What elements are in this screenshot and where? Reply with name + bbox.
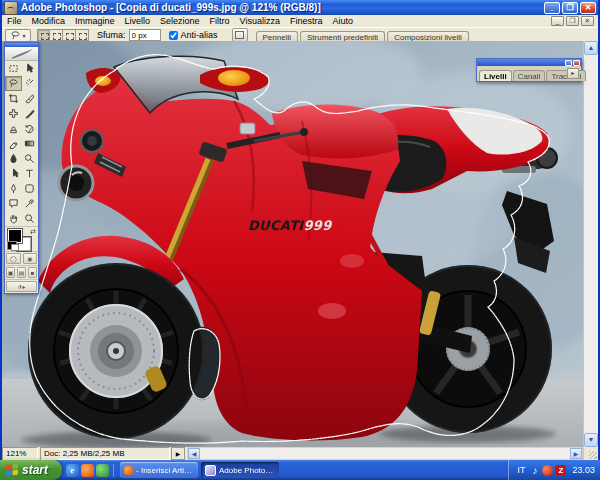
scroll-right-arrow[interactable]: ▶ — [570, 448, 582, 459]
menu-selezione[interactable]: Selezione — [155, 16, 205, 26]
tool-path-selection[interactable] — [5, 166, 22, 181]
document-window-controls: _ ❐ ✕ — [549, 16, 594, 26]
palette-tab-livelli[interactable]: Livelli — [479, 70, 512, 81]
scroll-up-arrow[interactable]: ▲ — [584, 41, 598, 55]
document-canvas[interactable]: DUCATI999s ▲ ▼ — [2, 41, 598, 447]
vertical-scrollbar[interactable]: ▲ ▼ — [583, 41, 598, 447]
tool-hand[interactable] — [5, 211, 22, 226]
doc-minimize-button[interactable]: _ — [551, 16, 564, 26]
default-colors-icon[interactable] — [7, 241, 17, 250]
tool-rectangular-marquee[interactable] — [5, 61, 22, 76]
tool-lasso[interactable] — [5, 76, 22, 91]
clock[interactable]: 23.03 — [572, 465, 595, 475]
doc-close-button[interactable]: ✕ — [581, 16, 594, 26]
well-tab-strumenti-predefiniti[interactable]: Strumenti predefiniti — [300, 31, 385, 42]
status-menu-arrow[interactable]: ▶ — [171, 447, 185, 460]
tool-dodge[interactable] — [22, 151, 39, 166]
scroll-left-arrow[interactable]: ◀ — [188, 448, 200, 459]
task-firefox[interactable]: - Inserisci Articolo - M... — [120, 462, 198, 478]
tray-icons: ♪Z — [529, 465, 566, 476]
window-title: Adobe Photoshop - [Copia di ducati_999s.… — [21, 2, 542, 13]
title-bar[interactable]: Adobe Photoshop - [Copia di ducati_999s.… — [2, 0, 598, 15]
palette-title-bar[interactable] — [477, 59, 581, 66]
jump-to-imageready-button[interactable]: ✈▸ — [6, 281, 37, 292]
selection-mode-buttons — [37, 29, 89, 41]
tool-crop[interactable] — [5, 91, 22, 106]
red-round-icon[interactable] — [542, 465, 553, 476]
minimize-button[interactable]: _ — [544, 2, 560, 14]
maximize-button[interactable]: ❐ — [562, 2, 578, 14]
menu-items: FileModificaImmagineLivelloSelezioneFilt… — [2, 16, 358, 26]
standard-mode-button[interactable]: ◯ — [6, 253, 21, 264]
tool-zoom[interactable] — [22, 211, 39, 226]
palette-minimize-button[interactable] — [565, 60, 572, 66]
menu-modifica[interactable]: Modifica — [27, 16, 71, 26]
tool-move[interactable] — [22, 61, 39, 76]
tool-blur[interactable] — [5, 151, 22, 166]
menu-aiuto[interactable]: Aiuto — [327, 16, 358, 26]
palette-tabs: LivelliCanaliTracciati▸ — [477, 66, 581, 81]
fullscreen-button[interactable]: ■ — [28, 267, 37, 278]
palette-menu-button[interactable]: ▸ — [567, 68, 579, 79]
start-button[interactable]: start — [0, 460, 62, 480]
file-browser-toggle-icon[interactable] — [232, 28, 248, 42]
scroll-down-arrow[interactable]: ▼ — [584, 433, 598, 447]
resize-grip[interactable] — [583, 447, 598, 460]
tool-brush[interactable] — [22, 106, 39, 121]
anti-alias-checkbox[interactable] — [169, 31, 178, 40]
fullscreen-menubar-button[interactable]: ▤ — [17, 267, 26, 278]
color-swatches: ⇄ — [5, 226, 38, 251]
tool-eraser[interactable] — [5, 136, 22, 151]
menu-finestra[interactable]: Finestra — [285, 16, 328, 26]
feather-input[interactable] — [129, 29, 161, 41]
palette-tab-canali[interactable]: Canali — [513, 70, 546, 81]
eraser-icon — [8, 138, 19, 149]
tool-clone-stamp[interactable] — [5, 121, 22, 136]
intersect-selection-button[interactable] — [76, 29, 89, 41]
well-tab-pennelli[interactable]: Pennelli — [256, 31, 298, 42]
internet-explorer-icon[interactable]: e — [66, 464, 79, 477]
subtract-selection-button[interactable] — [63, 29, 76, 41]
menu-filtro[interactable]: Filtro — [205, 16, 235, 26]
tool-type[interactable] — [22, 166, 39, 181]
language-indicator[interactable]: IT — [517, 465, 525, 475]
tool-magic-wand[interactable] — [22, 76, 39, 91]
doc-restore-button[interactable]: ❐ — [566, 16, 579, 26]
active-tool-preview[interactable]: ▾ — [5, 29, 31, 42]
task-photoshop[interactable]: Adobe Photoshop - [... — [201, 462, 279, 478]
quick-mask-mode-button[interactable]: ◉ — [23, 253, 38, 264]
photoshop-window: Adobe Photoshop - [Copia di ducati_999s.… — [0, 0, 600, 460]
adobe-feather-logo — [5, 47, 38, 61]
tool-eyedropper[interactable] — [22, 196, 39, 211]
layers-palette[interactable]: LivelliCanaliTracciati▸ — [476, 58, 582, 82]
hand-icon — [8, 213, 19, 224]
tool-healing-brush[interactable] — [5, 106, 22, 121]
menu-livello[interactable]: Livello — [120, 16, 156, 26]
tool-pen[interactable] — [5, 181, 22, 196]
tool-shape[interactable] — [22, 181, 39, 196]
close-button[interactable]: ✕ — [580, 2, 596, 14]
toolbox-palette[interactable]: ⇄ ◯ ◉ ▣ ▤ ■ ✈▸ — [4, 42, 39, 294]
task-buttons: - Inserisci Articolo - M...Adobe Photosh… — [114, 462, 508, 478]
tool-notes[interactable] — [5, 196, 22, 211]
new-selection-button[interactable] — [37, 29, 50, 41]
firefox-icon[interactable] — [81, 464, 94, 477]
ducati-photo[interactable]: DUCATI999s — [2, 41, 584, 447]
tool-slice[interactable] — [22, 91, 39, 106]
messenger-icon[interactable] — [96, 464, 109, 477]
pen-icon — [8, 183, 19, 194]
standard-screen-button[interactable]: ▣ — [6, 267, 15, 278]
zoom-level-field[interactable]: 121% — [2, 447, 38, 460]
menu-immagine[interactable]: Immagine — [70, 16, 120, 26]
swap-colors-icon[interactable]: ⇄ — [30, 228, 36, 236]
tool-history-brush[interactable] — [22, 121, 39, 136]
add-selection-button[interactable] — [50, 29, 63, 41]
menu-file[interactable]: File — [2, 16, 27, 26]
menu-visualizza[interactable]: Visualizza — [235, 16, 285, 26]
palette-close-button[interactable] — [573, 60, 580, 66]
well-tab-composizioni-livelli[interactable]: Composizioni livelli — [387, 31, 469, 42]
volume-icon[interactable]: ♪ — [529, 465, 540, 476]
red-z-icon[interactable]: Z — [555, 465, 566, 476]
tool-gradient[interactable] — [22, 136, 39, 151]
horizontal-scrollbar[interactable]: ◀ ▶ — [187, 447, 583, 460]
